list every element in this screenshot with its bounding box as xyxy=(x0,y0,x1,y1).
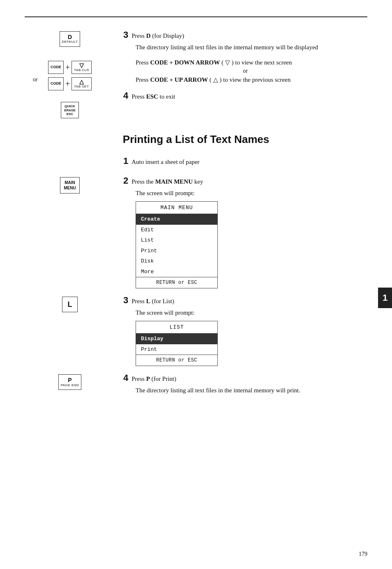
step1-line: 1 Auto insert a sheet of paper xyxy=(123,156,367,166)
list-menu-item-print: Print xyxy=(136,344,217,355)
or-label: or xyxy=(33,76,38,83)
section-heading: Printing a List of Text Names xyxy=(25,133,367,146)
top-rule xyxy=(25,16,367,17)
step4-print-body: The directory listing all text files in … xyxy=(136,386,367,395)
code-key-2: CODE xyxy=(48,77,64,90)
main-menu-item-print: Print xyxy=(136,246,217,256)
main-menu-title: MAIN MENU xyxy=(136,202,217,214)
step2-number: 2 xyxy=(123,175,128,186)
page: D DEFAULT CODE + ▽ TAB CLR xyxy=(0,0,392,569)
step1-number: 1 xyxy=(123,156,128,166)
press-code-up: Press CODE + UP ARROW ( △ ) to view the … xyxy=(136,75,367,85)
plus-2: + xyxy=(65,79,70,89)
main-menu-popup: MAIN MENU Create Edit List Print Disk Mo… xyxy=(136,201,218,289)
main-menu-item-list: List xyxy=(136,235,217,246)
step3-text: Press D (for Display) xyxy=(131,32,184,40)
list-menu-title: LIST xyxy=(136,321,217,334)
tabclr-sub: TAB CLR xyxy=(74,69,89,72)
quick-erase-esc-key: QUICKERASEESC xyxy=(61,102,79,118)
main-menu-item-more: More xyxy=(136,267,217,277)
step3-line: 3 Press D (for Display) xyxy=(123,30,367,40)
l-key: L xyxy=(62,297,78,312)
list-menu-footer: RETURN or ESC xyxy=(136,355,217,366)
step1-text: Auto insert a sheet of paper xyxy=(131,158,199,166)
page-tab: 1 xyxy=(378,288,392,308)
step2-prompt-label: The screen will prompt: xyxy=(136,189,367,198)
plus-1: + xyxy=(65,63,70,72)
step4-print-text: Press P (for Print) xyxy=(131,375,176,383)
step3-list-line: 3 Press L (for List) xyxy=(123,295,367,306)
step3-content: 3 Press D (for Display) The directory li… xyxy=(115,30,367,104)
main-menu-key: MAINMENU xyxy=(60,177,80,194)
tabset-key: △ TAB SET xyxy=(71,77,91,90)
press-code-down: Press CODE + DOWN ARROW ( ▽ ) to view th… xyxy=(136,58,367,67)
step2-menu: MAIN MENU Create Edit List Print Disk Mo… xyxy=(136,201,367,289)
step4-text: Press ESC to exit xyxy=(131,92,175,101)
d-key: D DEFAULT xyxy=(60,31,81,47)
step2-line: 2 Press the MAIN MENU key xyxy=(123,175,367,186)
tabset-sub: TAB SET xyxy=(74,85,89,89)
code-key-1: CODE xyxy=(48,61,64,74)
step3-list-number: 3 xyxy=(123,295,128,306)
code-tabset-combo: CODE + △ TAB SET xyxy=(48,77,92,90)
step4-number: 4 xyxy=(123,90,128,101)
step3-list-menu: LIST Display Print RETURN or ESC xyxy=(136,321,367,366)
d-key-sub: DEFAULT xyxy=(62,40,78,44)
p-key-sub: PAGE END xyxy=(61,384,79,387)
d-key-main: D xyxy=(68,34,72,40)
step3-list-text: Press L (for List) xyxy=(131,297,174,306)
code-tabclr-combo: CODE + ▽ TAB CLR xyxy=(48,61,92,74)
main-menu-footer: RETURN or ESC xyxy=(136,277,217,288)
step4-print-line: 4 Press P (for Print) xyxy=(123,373,367,383)
p-key-main: P xyxy=(68,377,71,383)
p-key: P PAGE END xyxy=(58,374,82,390)
main-menu-item-edit: Edit xyxy=(136,225,217,235)
tabclr-key: ▽ TAB CLR xyxy=(71,61,92,74)
main-menu-item-disk: Disk xyxy=(136,256,217,267)
step4-line: 4 Press ESC to exit xyxy=(123,90,367,101)
step4-print-number: 4 xyxy=(123,373,128,383)
page-number: 179 xyxy=(359,551,367,557)
step3-number: 3 xyxy=(123,30,128,40)
list-menu-item-display: Display xyxy=(136,334,217,344)
or-between: or xyxy=(123,68,367,74)
main-menu-item-create: Create xyxy=(136,214,217,225)
step2-text: Press the MAIN MENU key xyxy=(131,177,203,186)
list-menu-popup: LIST Display Print RETURN or ESC xyxy=(136,321,218,366)
step3-body: The directory listing all text files in … xyxy=(136,43,367,52)
step3-list-prompt-label: The screen will prompt: xyxy=(136,308,367,318)
